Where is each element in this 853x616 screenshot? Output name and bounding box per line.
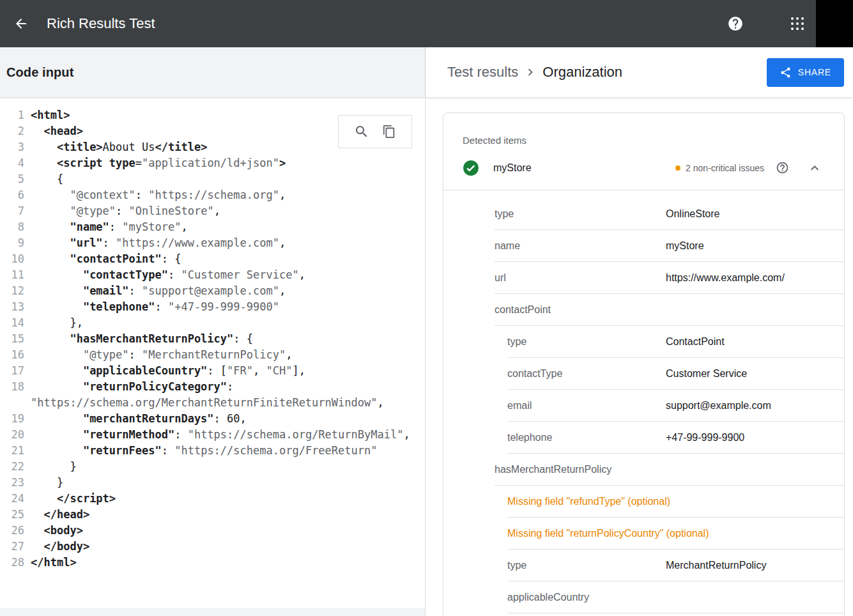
code-line: 11 "contactType": "Customer Service",	[0, 267, 425, 283]
property-key: type	[507, 336, 666, 348]
code-line: 14 },	[0, 315, 425, 331]
code-line: 4 <script type="application/ld+json">	[0, 155, 425, 171]
property-row: namemyStore	[495, 230, 844, 262]
code-line-text: "@context": "https://schema.org",	[24, 187, 286, 203]
rich-results-test-app: Rich Results Test	[0, 0, 853, 616]
results-header: Test results Organization SHARE	[426, 47, 853, 97]
property-value: ContactPoint	[666, 336, 725, 348]
code-line-text: </body>	[24, 539, 89, 555]
code-editor[interactable]: 1<html>2 <head>3 <title>About Us</title>…	[0, 97, 425, 608]
code-line: 18 "returnPolicyCategory":	[0, 379, 425, 395]
line-number: 13	[0, 299, 24, 315]
line-number: 1	[0, 107, 24, 123]
collapse-item-button[interactable]	[807, 160, 822, 176]
code-line: 27 </body>	[0, 539, 425, 555]
code-line-text: "merchantReturnDays": 60,	[24, 411, 247, 427]
help-button[interactable]	[727, 15, 744, 32]
help-outline-icon	[776, 161, 789, 174]
code-line-text: "applicableCountry": ["FR", "CH"],	[24, 363, 305, 379]
property-row: typeMerchantReturnPolicy	[507, 550, 844, 581]
line-number: 26	[0, 523, 24, 539]
code-lines: 1<html>2 <head>3 <title>About Us</title>…	[0, 107, 425, 571]
code-toolbar	[338, 115, 412, 148]
profile-avatar[interactable]	[816, 0, 853, 47]
apps-grid-button[interactable]	[790, 16, 805, 31]
property-key: contactPoint	[495, 304, 666, 316]
line-number: 6	[0, 187, 24, 203]
check-circle-icon	[463, 160, 479, 176]
search-code-button[interactable]	[354, 124, 369, 139]
item-status: 2 non-critical issues	[675, 160, 822, 176]
detected-items-card: Detected items myStore 2 non-critical is…	[443, 112, 845, 616]
back-arrow-icon	[13, 16, 29, 31]
line-number: 27	[0, 539, 24, 555]
copy-code-button[interactable]	[382, 125, 396, 139]
breadcrumb: Test results Organization	[447, 64, 622, 81]
code-line: 15 "hasMerchantReturnPolicy": {	[0, 331, 425, 347]
breadcrumb-test-results[interactable]: Test results	[447, 64, 518, 81]
share-button[interactable]: SHARE	[767, 58, 844, 87]
code-line: 28</html>	[0, 555, 425, 571]
code-input-panel: Code input 1<html>2 <head>3 <title>About…	[0, 47, 426, 616]
property-key: type	[495, 208, 666, 220]
property-value: OnlineStore	[666, 208, 720, 220]
warning-row: Missing field "refundType" (optional)	[507, 486, 844, 518]
results-body: Detected items myStore 2 non-critical is…	[426, 97, 853, 616]
line-number: 12	[0, 283, 24, 299]
code-line-text: </html>	[24, 555, 77, 571]
group-row: hasMerchantReturnPolicy	[495, 454, 844, 486]
detected-items-label: Detected items	[463, 135, 825, 146]
property-key: applicableCountry	[507, 592, 666, 603]
code-line: 6 "@context": "https://schema.org",	[0, 187, 425, 203]
code-line-text: "hasMerchantReturnPolicy": {	[24, 331, 253, 347]
property-value: +47-99-999-9900	[666, 432, 744, 443]
code-line-text: "returnFees": "https://schema.org/FreeRe…	[24, 443, 377, 459]
property-key: contactType	[507, 368, 666, 380]
topbar-actions	[727, 0, 853, 47]
code-input-title: Code input	[6, 65, 73, 80]
code-line: 7 "@type": "OnlineStore",	[0, 203, 425, 219]
property-key: type	[507, 560, 666, 571]
code-line-text: <body>	[24, 523, 83, 539]
detected-item-header[interactable]: myStore 2 non-critical issues	[443, 146, 844, 190]
property-value: Customer Service	[666, 368, 747, 380]
code-line: "https://schema.org/MerchantReturnFinite…	[0, 395, 425, 411]
line-number: 3	[0, 139, 24, 155]
breadcrumb-chevron-icon	[523, 65, 537, 79]
line-number: 19	[0, 411, 24, 427]
line-number: 25	[0, 507, 24, 523]
code-line: 16 "@type": "MerchantReturnPolicy",	[0, 347, 425, 363]
warning-row: Missing field "returnPolicyCountry" (opt…	[507, 518, 844, 550]
group-row: contactPoint	[495, 294, 844, 326]
code-line-text: "@type": "MerchantReturnPolicy",	[24, 347, 292, 363]
code-line-text: </head>	[24, 507, 89, 523]
code-line-text: {	[24, 171, 63, 187]
code-line-text: "contactPoint": {	[24, 251, 181, 267]
code-line: 8 "name": "myStore",	[0, 219, 425, 235]
code-line: 12 "email": "support@example.com",	[0, 283, 425, 299]
line-number: 18	[0, 379, 24, 395]
code-line: 13 "telephone": "+47-99-999-9900"	[0, 299, 425, 315]
back-button[interactable]	[8, 11, 34, 36]
code-line-text: "telephone": "+47-99-999-9900"	[24, 299, 279, 315]
code-line-text: "@type": "OnlineStore",	[24, 203, 220, 219]
code-line-text: "contactType": "Customer Service",	[24, 267, 305, 283]
code-line-text: "email": "support@example.com",	[24, 283, 286, 299]
line-number: 16	[0, 347, 24, 363]
code-hscrollbar[interactable]	[0, 608, 425, 616]
code-line: 20 "returnMethod": "https://schema.org/R…	[0, 427, 425, 443]
code-line-text: "name": "myStore",	[24, 219, 188, 235]
code-line-text: <script type="application/ld+json">	[24, 155, 286, 171]
issues-help-button[interactable]	[776, 161, 789, 174]
line-number: 17	[0, 363, 24, 379]
code-line: 10 "contactPoint": {	[0, 251, 425, 267]
share-button-label: SHARE	[798, 67, 831, 77]
code-line: 5 {	[0, 171, 425, 187]
code-line-text: "https://schema.org/MerchantReturnFinite…	[24, 395, 384, 411]
code-line: 26 <body>	[0, 523, 425, 539]
code-line-text: },	[24, 315, 83, 331]
code-input-header: Code input	[0, 47, 425, 97]
property-row: telephone+47-99-999-9900	[507, 422, 844, 454]
property-key: hasMerchantReturnPolicy	[495, 464, 666, 475]
code-line: 9 "url": "https://www.example.com",	[0, 235, 425, 251]
